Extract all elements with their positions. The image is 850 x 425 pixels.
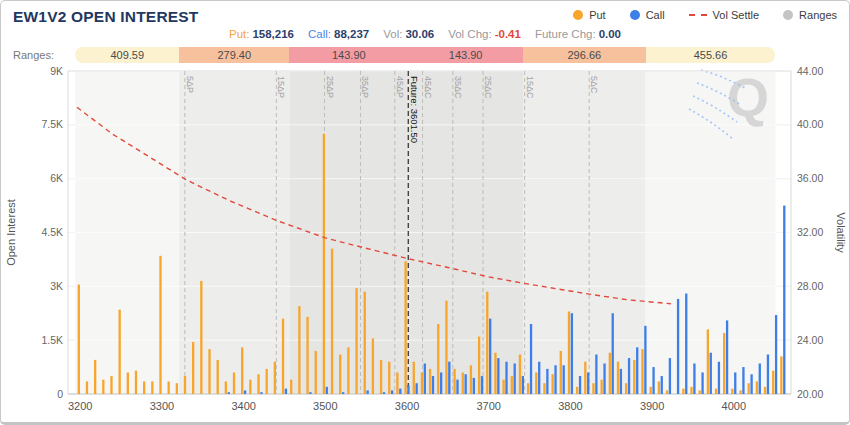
put-bar[interactable]: [184, 376, 186, 394]
put-bar[interactable]: [306, 317, 308, 394]
put-bar[interactable]: [511, 376, 513, 394]
call-bar[interactable]: [701, 372, 703, 394]
put-bar[interactable]: [290, 380, 292, 394]
call-bar[interactable]: [759, 363, 761, 394]
put-bar[interactable]: [699, 390, 701, 394]
call-bar[interactable]: [407, 385, 409, 394]
put-bar[interactable]: [404, 261, 406, 394]
put-bar[interactable]: [298, 306, 300, 394]
put-bar[interactable]: [756, 381, 758, 394]
put-bar[interactable]: [241, 347, 243, 394]
call-bar[interactable]: [432, 376, 434, 394]
put-bar[interactable]: [192, 342, 194, 394]
legend-item-put[interactable]: Put: [573, 9, 606, 21]
put-bar[interactable]: [478, 337, 480, 394]
put-bar[interactable]: [568, 311, 570, 394]
put-bar[interactable]: [584, 362, 586, 394]
call-bar[interactable]: [693, 363, 695, 394]
call-bar[interactable]: [636, 347, 638, 394]
put-bar[interactable]: [168, 381, 170, 394]
call-bar[interactable]: [448, 362, 450, 394]
put-bar[interactable]: [266, 369, 268, 394]
call-bar[interactable]: [750, 374, 752, 394]
put-bar[interactable]: [739, 390, 741, 394]
call-bar[interactable]: [244, 390, 246, 394]
put-bar[interactable]: [609, 353, 611, 394]
put-bar[interactable]: [388, 362, 390, 394]
call-bar[interactable]: [489, 319, 491, 394]
call-bar[interactable]: [399, 389, 401, 394]
put-bar[interactable]: [396, 372, 398, 394]
call-bar[interactable]: [726, 320, 728, 394]
call-bar[interactable]: [710, 353, 712, 394]
put-bar[interactable]: [78, 285, 80, 394]
call-bar[interactable]: [652, 367, 654, 394]
put-bar[interactable]: [372, 338, 374, 394]
call-bar[interactable]: [228, 392, 230, 394]
call-bar[interactable]: [473, 378, 475, 394]
call-bar[interactable]: [603, 363, 605, 394]
legend-item-ranges[interactable]: Ranges: [783, 9, 837, 21]
put-bar[interactable]: [135, 371, 137, 394]
call-bar[interactable]: [538, 362, 540, 394]
put-bar[interactable]: [225, 381, 227, 394]
put-bar[interactable]: [486, 292, 488, 394]
put-bar[interactable]: [764, 387, 766, 394]
call-bar[interactable]: [620, 369, 622, 394]
put-bar[interactable]: [94, 360, 96, 394]
call-bar[interactable]: [424, 363, 426, 394]
put-bar[interactable]: [429, 369, 431, 394]
put-bar[interactable]: [592, 383, 594, 394]
put-bar[interactable]: [723, 333, 725, 394]
open-interest-chart[interactable]: Q5ΔP15ΔP25ΔP35ΔP45ΔP45ΔC35ΔC25ΔC15ΔC5ΔCF…: [1, 64, 850, 425]
call-bar[interactable]: [734, 372, 736, 394]
legend-item-vol-settle[interactable]: Vol Settle: [689, 9, 759, 21]
put-bar[interactable]: [576, 387, 578, 394]
call-bar[interactable]: [677, 299, 679, 394]
call-bar[interactable]: [530, 324, 532, 394]
call-bar[interactable]: [579, 376, 581, 394]
call-bar[interactable]: [546, 369, 548, 394]
call-bar[interactable]: [587, 372, 589, 394]
call-bar[interactable]: [742, 367, 744, 394]
put-bar[interactable]: [601, 380, 603, 394]
call-bar[interactable]: [497, 358, 499, 394]
call-bar[interactable]: [366, 390, 368, 394]
call-bar[interactable]: [628, 358, 630, 394]
put-bar[interactable]: [535, 372, 537, 394]
put-bar[interactable]: [119, 310, 121, 394]
call-bar[interactable]: [416, 383, 418, 394]
put-bar[interactable]: [355, 288, 357, 394]
put-bar[interactable]: [176, 383, 178, 394]
call-bar[interactable]: [563, 365, 565, 394]
call-bar[interactable]: [718, 362, 720, 394]
put-bar[interactable]: [347, 347, 349, 394]
call-bar[interactable]: [767, 355, 769, 394]
call-bar[interactable]: [260, 392, 262, 394]
put-bar[interactable]: [625, 383, 627, 394]
call-bar[interactable]: [383, 392, 385, 394]
put-bar[interactable]: [445, 301, 447, 394]
put-bar[interactable]: [249, 380, 251, 394]
call-bar[interactable]: [612, 313, 614, 394]
call-bar[interactable]: [554, 365, 556, 394]
call-bar[interactable]: [661, 376, 663, 394]
put-bar[interactable]: [421, 372, 423, 394]
put-bar[interactable]: [748, 383, 750, 394]
put-bar[interactable]: [731, 389, 733, 394]
put-bar[interactable]: [102, 380, 104, 394]
put-bar[interactable]: [453, 369, 455, 394]
put-bar[interactable]: [633, 360, 635, 394]
put-bar[interactable]: [780, 356, 782, 394]
put-bar[interactable]: [519, 355, 521, 394]
put-bar[interactable]: [707, 329, 709, 394]
call-bar[interactable]: [505, 362, 507, 394]
put-bar[interactable]: [159, 256, 161, 394]
put-bar[interactable]: [127, 372, 129, 394]
call-bar[interactable]: [481, 376, 483, 394]
put-bar[interactable]: [543, 383, 545, 394]
legend-item-call[interactable]: Call: [630, 9, 665, 21]
put-bar[interactable]: [323, 134, 325, 394]
put-bar[interactable]: [380, 360, 382, 394]
call-bar[interactable]: [456, 380, 458, 394]
